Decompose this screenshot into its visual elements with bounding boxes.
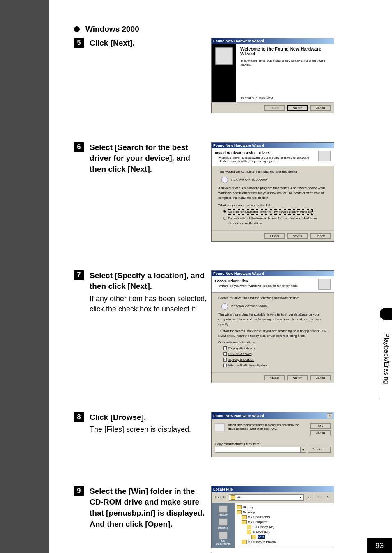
cancel-button[interactable]: Cancel: [310, 233, 331, 239]
history-icon: [219, 505, 228, 513]
os-heading: Windows 2000: [85, 25, 139, 34]
cdrom-icon: [247, 530, 251, 534]
wizard-heading: Welcome to the Found New Hardware Wizard: [240, 46, 330, 56]
tab-dot-icon: [380, 308, 392, 320]
step-body: If any other item has been selected, cli…: [90, 294, 207, 314]
checkbox-specify-location[interactable]: Specify a location: [223, 357, 327, 362]
folder-icon: [242, 515, 247, 519]
content-line: This wizard will complete the installati…: [218, 169, 327, 174]
browse-button[interactable]: Browse...: [308, 447, 331, 453]
checkbox-icon: [223, 364, 227, 367]
checkbox-label: Floppy disk drives: [228, 346, 255, 351]
path-combo[interactable]: ▼: [215, 447, 306, 453]
mydocuments-icon: [219, 532, 228, 539]
checkbox-cdrom[interactable]: CD-ROM drives: [223, 352, 327, 357]
step-heading: Select [Search for the best driver for y…: [90, 142, 207, 175]
sidebar-mydocuments[interactable]: My Documents: [214, 531, 233, 546]
up-nav-icon[interactable]: ⇧: [315, 494, 322, 501]
step-6: 6 Select [Search for the best driver for…: [74, 142, 334, 246]
content-line: Optional search locations:: [218, 340, 327, 345]
step-heading: Select [Specify a location], and then cl…: [90, 270, 207, 292]
checkbox-label: CD-ROM drives: [228, 352, 251, 357]
step-number: 7: [74, 270, 84, 280]
dialog-copy-files: Found New Hardware Wizard × Insert the m…: [211, 412, 334, 457]
sidebar-history[interactable]: History: [214, 505, 233, 517]
step-heading: Click [Browse].: [90, 412, 207, 423]
content-line: What do you want the wizard to do?: [218, 203, 327, 208]
step-number: 6: [74, 142, 84, 152]
checkbox-icon: [223, 358, 227, 362]
tree-item[interactable]: History: [243, 505, 253, 509]
back-button[interactable]: < Back: [264, 233, 285, 239]
tree-item[interactable]: My Computer: [248, 520, 267, 524]
path-input[interactable]: [215, 447, 300, 453]
content-line: A device driver is a software program th…: [218, 186, 327, 200]
checkbox-floppy[interactable]: Floppy disk drives: [223, 346, 327, 351]
close-icon[interactable]: ×: [327, 413, 332, 418]
wizard-content: Search for driver files for the followin…: [212, 293, 334, 372]
checkbox-windows-update[interactable]: Microsoft Windows Update: [223, 363, 327, 368]
wizard-dialog-locate-files: Found New Hardware Wizard Locate Driver …: [211, 270, 334, 383]
dialog-titlebar: Found New Hardware Wizard: [212, 143, 334, 148]
document-page: Windows 2000 5 Click [Next]. Found New H…: [49, 0, 392, 553]
lookin-combo[interactable]: Win ▼: [229, 494, 304, 501]
sidebar-desktop[interactable]: Desktop: [214, 518, 233, 530]
wizard-content: Welcome to the Found New Hardware Wizard…: [236, 44, 334, 102]
dialog-body: Welcome to the Found New Hardware Wizard…: [212, 44, 334, 102]
step-heading: Select the [Win] folder in the CD-ROM dr…: [90, 486, 207, 530]
step-screenshot: Found New Hardware Wizard Welcome to the…: [211, 38, 334, 118]
dialog-side-buttons: OK Cancel: [310, 423, 331, 435]
ok-button[interactable]: OK: [310, 423, 331, 429]
step-text: Select [Search for the best driver for y…: [90, 142, 211, 175]
content-line: To start the search, click Next. If you …: [218, 329, 327, 339]
dialog-locate-file-tree: Locate File Look in: Win ▼ ⇦ ⇧ ✧: [211, 486, 334, 548]
cancel-button[interactable]: Cancel: [310, 375, 331, 380]
dialog-button-row: < Back Next > Cancel: [212, 372, 334, 383]
cancel-button[interactable]: Cancel: [310, 430, 331, 435]
device-icon: [221, 177, 228, 183]
dialog-titlebar: Found New Hardware Wizard: [212, 271, 334, 276]
dialog-body: Insert the manufacturer's installation d…: [212, 419, 334, 440]
tree-item[interactable]: S-SW6 (D:): [253, 530, 270, 534]
step-number: 9: [74, 486, 84, 496]
radio-search-option[interactable]: Search for a suitable driver for my devi…: [223, 209, 327, 215]
tree-item[interactable]: My Network Places: [248, 540, 276, 544]
new-folder-icon[interactable]: ✧: [324, 494, 331, 501]
hardware-icon: [215, 47, 233, 65]
file-dialog-toolbar: Look in: Win ▼ ⇦ ⇧ ✧: [212, 492, 334, 503]
section-tab-label: Playback/Erasing: [383, 323, 390, 384]
checkbox-icon: [223, 346, 227, 350]
radio-display-list-option[interactable]: Display a list of the known drivers for …: [223, 216, 327, 226]
cancel-button[interactable]: Cancel: [310, 105, 331, 111]
content-line: The wizard searches for suitable drivers…: [218, 312, 327, 327]
device-row: PENTAX OPTIO XXXXX: [221, 303, 327, 310]
back-nav-icon[interactable]: ⇦: [306, 494, 313, 501]
copy-from-label: Copy manufacturer's files from:: [215, 442, 331, 446]
step-7: 7 Select [Specify a location], and then …: [74, 270, 334, 387]
folder-icon: [237, 510, 242, 514]
tree-item-selected[interactable]: Win: [258, 535, 265, 539]
tree-item[interactable]: My Documents: [248, 515, 270, 519]
next-button[interactable]: Next >: [287, 105, 308, 111]
dialog-titlebar: Found New Hardware Wizard: [212, 38, 334, 44]
content-line: Search for driver files for the followin…: [218, 296, 327, 301]
dropdown-icon[interactable]: ▼: [300, 447, 306, 453]
checkbox-label: Microsoft Windows Update: [228, 363, 267, 368]
file-list-area[interactable]: History Desktop My Documents My Computer…: [235, 503, 334, 548]
folder-icon: [231, 495, 235, 500]
step-screenshot: Found New Hardware Wizard × Insert the m…: [211, 412, 334, 461]
next-button[interactable]: Next >: [287, 375, 308, 380]
lookin-label: Look in:: [215, 495, 226, 499]
tree-item[interactable]: 3½ Floppy (A:): [253, 525, 274, 529]
wizard-continue-text: To continue, click Next.: [240, 96, 330, 100]
back-button[interactable]: < Back: [264, 105, 285, 111]
back-button[interactable]: < Back: [264, 375, 285, 380]
input-row: ▼ Browse...: [215, 447, 331, 453]
checkbox-icon: [223, 352, 227, 356]
next-button[interactable]: Next >: [287, 233, 308, 239]
tree-item[interactable]: Desktop: [243, 510, 255, 514]
dialog-message: Insert the manufacturer's installation d…: [228, 423, 307, 431]
wizard-header: Locate Driver Files Where do you want Wi…: [212, 276, 334, 293]
dialog-lower: Copy manufacturer's files from: ▼ Browse…: [212, 440, 334, 457]
file-dialog-sidebar: History Desktop My Documents: [212, 503, 235, 548]
